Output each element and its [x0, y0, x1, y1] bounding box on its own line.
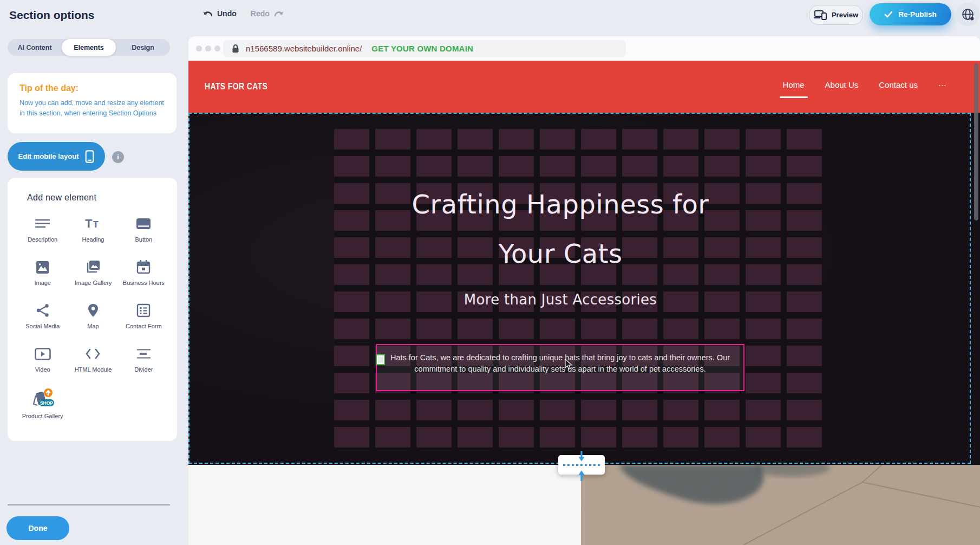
selected-paragraph-element[interactable]: Hats for Cats, we are dedicated to craft… — [376, 344, 744, 391]
undo-button[interactable]: Undo — [202, 9, 237, 18]
undo-redo-group: Undo Redo — [202, 9, 284, 18]
element-label: Button — [135, 236, 152, 243]
site-preview-window: n1566589.websitebuilder.online/ GET YOUR… — [188, 36, 980, 545]
collapse-arrow-down-icon — [577, 451, 586, 463]
resize-dash-line — [563, 464, 600, 466]
page-title: Section options — [9, 9, 95, 22]
hero-subheading[interactable]: More than Just Accessories — [290, 291, 831, 308]
add-element-contact-form[interactable]: Contact Form — [119, 301, 169, 345]
tab-design-label: Design — [132, 44, 154, 51]
info-icon: i — [117, 153, 119, 161]
done-label: Done — [29, 524, 48, 533]
element-label: HTML Module — [75, 366, 112, 373]
redo-label: Redo — [251, 9, 270, 18]
site-logo[interactable]: HATS FOR CATS — [205, 81, 267, 92]
panel-tabs: AI Content Elements Design — [8, 39, 170, 56]
nav-contact-us-label: Contact us — [879, 80, 918, 89]
tab-ai-content[interactable]: AI Content — [8, 39, 62, 56]
nav-home-label: Home — [783, 80, 805, 89]
add-element-heading[interactable]: TT Heading — [68, 215, 118, 258]
map-icon — [87, 303, 100, 318]
nav-contact-us[interactable]: Contact us — [879, 80, 918, 89]
svg-text:T: T — [85, 217, 93, 230]
element-label: Business Hours — [123, 279, 165, 287]
redo-button[interactable]: Redo — [251, 9, 284, 18]
description-icon — [35, 218, 50, 229]
hero-heading[interactable]: Crafting Happiness for Your Cats — [387, 180, 734, 278]
add-element-button[interactable]: Button — [119, 215, 169, 258]
republish-label: Re-Publish — [898, 10, 937, 18]
image-gallery-icon — [86, 260, 100, 274]
element-grid: Description TT Heading Button Image Imag… — [17, 215, 169, 431]
heading-icon: TT — [85, 217, 101, 230]
element-label: Image Gallery — [75, 279, 112, 287]
nav-home[interactable]: Home — [783, 80, 805, 89]
element-label: Divider — [134, 366, 153, 373]
add-element-html-module[interactable]: HTML Module — [68, 345, 118, 388]
html-module-icon — [86, 348, 100, 359]
element-label: Product Gallery — [22, 412, 63, 420]
collapse-arrow-up-icon — [577, 469, 586, 481]
add-element-divider[interactable]: Divider — [119, 345, 169, 388]
business-hours-icon — [136, 260, 151, 274]
browser-dot — [214, 46, 220, 51]
tip-of-the-day-card: Tip of the day: Now you can add, move an… — [8, 73, 177, 133]
tab-elements[interactable]: Elements — [62, 39, 116, 56]
edit-mobile-layout-button[interactable]: Edit mobile layout — [8, 142, 105, 171]
info-button[interactable]: i — [112, 151, 124, 163]
svg-text:T: T — [93, 220, 99, 229]
site-url: n1566589.websitebuilder.online/ — [246, 44, 362, 53]
add-element-image[interactable]: Image — [17, 258, 68, 301]
element-label: Map — [87, 322, 99, 330]
tab-design[interactable]: Design — [116, 39, 170, 56]
lock-icon — [232, 44, 239, 53]
add-new-element-title: Add new element — [27, 193, 177, 203]
add-element-social-media[interactable]: Social Media — [17, 301, 68, 345]
element-label: Contact Form — [126, 322, 162, 330]
devices-icon — [814, 10, 827, 20]
nav-about-us[interactable]: About Us — [825, 80, 859, 89]
mouse-cursor — [565, 359, 573, 370]
sidebar-divider — [8, 504, 170, 505]
hero-tile-background — [334, 129, 822, 447]
element-label: Social Media — [25, 322, 60, 330]
browser-chrome-bar: n1566589.websitebuilder.online/ GET YOUR… — [188, 36, 980, 61]
video-icon — [35, 348, 51, 360]
edit-mobile-layout-label: Edit mobile layout — [18, 152, 79, 160]
preview-button[interactable]: Preview — [809, 5, 863, 25]
stone-floor-image — [581, 465, 980, 545]
tab-ai-content-label: AI Content — [17, 44, 51, 51]
address-bar[interactable]: n1566589.websitebuilder.online/ GET YOUR… — [223, 40, 626, 57]
element-label: Heading — [82, 236, 104, 243]
phone-icon — [85, 150, 94, 164]
nav-about-us-label: About Us — [825, 80, 859, 89]
add-new-element-panel: Add new element Description TT Heading B… — [8, 178, 177, 441]
add-element-map[interactable]: Map — [68, 301, 118, 345]
check-icon — [884, 11, 893, 18]
image-icon — [36, 261, 49, 274]
tip-body: Now you can add, move and resize any ele… — [19, 98, 165, 119]
hero-section[interactable]: Crafting Happiness for Your Cats More th… — [188, 113, 980, 465]
undo-label: Undo — [217, 9, 237, 18]
add-element-product-gallery[interactable]: SHOP Product Gallery — [17, 388, 68, 431]
add-element-video[interactable]: Video — [17, 345, 68, 388]
republish-button[interactable]: Re-Publish — [870, 3, 951, 25]
language-globe-button[interactable] — [956, 3, 979, 26]
tab-elements-label: Elements — [74, 44, 104, 51]
nav-more[interactable]: ··· — [938, 80, 946, 89]
product-gallery-icon: SHOP — [30, 388, 55, 410]
contact-form-icon — [136, 303, 151, 317]
element-drag-handle[interactable] — [376, 354, 385, 365]
add-element-image-gallery[interactable]: Image Gallery — [68, 258, 118, 301]
redo-icon — [274, 10, 284, 17]
add-element-business-hours[interactable]: Business Hours — [119, 258, 169, 301]
preview-scrollbar[interactable] — [974, 63, 978, 220]
shop-badge: SHOP — [40, 400, 53, 406]
drag-handle-inner — [378, 356, 383, 363]
hero-paragraph[interactable]: Hats for Cats, we are dedicated to craft… — [377, 352, 743, 375]
section-resize-handle[interactable] — [558, 455, 605, 475]
done-button[interactable]: Done — [6, 516, 69, 540]
add-element-description[interactable]: Description — [17, 215, 68, 258]
get-your-own-domain-link[interactable]: GET YOUR OWN DOMAIN — [371, 44, 473, 53]
element-label: Description — [28, 236, 57, 243]
